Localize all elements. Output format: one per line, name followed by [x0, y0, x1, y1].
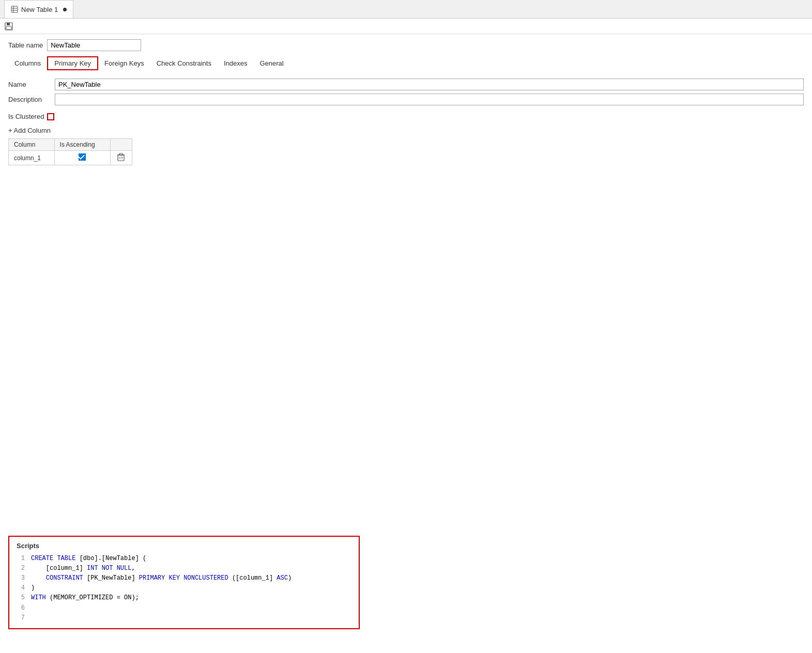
script-line-4: 4 ) [17, 583, 351, 593]
col-header-ascending: Is Ascending [54, 139, 110, 151]
tab-new-table[interactable]: New Table 1 [4, 0, 73, 18]
table-name-label: Table name [8, 41, 43, 49]
tab-general[interactable]: General [253, 57, 289, 69]
pk-description-row: Description [8, 94, 804, 105]
table-name-row: Table name [8, 39, 804, 51]
table-name-input[interactable] [47, 39, 141, 51]
script-line-2: 2 [column_1] INT NOT NULL, [17, 564, 351, 573]
tab-check-constraints[interactable]: Check Constraints [150, 57, 218, 69]
is-clustered-checkbox[interactable] [47, 113, 54, 120]
script-line-1: 1 CREATE TABLE [dbo].[NewTable] ( [17, 554, 351, 564]
pk-name-label: Name [8, 81, 55, 88]
svg-rect-7 [118, 155, 124, 161]
script-line-5: 5 WITH (MEMORY_OPTIMIZED = ON); [17, 593, 351, 603]
col-cell-delete[interactable] [110, 151, 132, 165]
toolbar [0, 19, 812, 34]
table-row: column_1 [9, 151, 132, 165]
save-icon[interactable] [4, 22, 13, 31]
svg-rect-9 [119, 153, 122, 155]
script-line-7: 7 [17, 613, 351, 623]
col-header-column: Column [9, 139, 55, 151]
pk-name-input[interactable] [55, 79, 804, 90]
svg-rect-5 [7, 23, 10, 25]
col-header-actions [110, 139, 132, 151]
tab-primary-key[interactable]: Primary Key [47, 56, 98, 70]
scripts-title: Scripts [17, 542, 351, 550]
delete-row-icon[interactable] [117, 153, 125, 161]
tab-columns[interactable]: Columns [8, 57, 47, 69]
is-clustered-row: Is Clustered [8, 113, 804, 120]
table-grid-icon [11, 6, 18, 13]
pk-fields-area: Name Description [8, 79, 804, 105]
tab-unsaved-dot [63, 8, 67, 11]
tab-foreign-keys[interactable]: Foreign Keys [98, 57, 150, 69]
nav-tabs: Columns Primary Key Foreign Keys Check C… [8, 56, 804, 70]
add-column-label: + Add Column [8, 127, 51, 134]
is-clustered-label: Is Clustered [8, 113, 44, 120]
script-line-3: 3 CONSTRAINT [PK_NewTable] PRIMARY KEY N… [17, 573, 351, 583]
tab-label: New Table 1 [21, 6, 58, 13]
pk-description-input[interactable] [55, 94, 804, 105]
page-wrapper: New Table 1 Table name Columns Primary K… [0, 0, 812, 653]
scripts-panel: Scripts 1 CREATE TABLE [dbo].[NewTable] … [8, 536, 360, 629]
scripts-body: 1 CREATE TABLE [dbo].[NewTable] ( 2 [col… [17, 554, 351, 623]
ascending-checkbox[interactable] [79, 153, 86, 161]
pk-column-table: Column Is Ascending column_1 [8, 138, 132, 165]
tab-bar: New Table 1 [0, 0, 812, 19]
col-cell-ascending[interactable] [54, 151, 110, 165]
pk-name-row: Name [8, 79, 804, 90]
svg-rect-0 [11, 6, 18, 12]
pk-description-label: Description [8, 96, 55, 103]
tab-indexes[interactable]: Indexes [218, 57, 254, 69]
col-cell-name: column_1 [9, 151, 55, 165]
svg-rect-6 [6, 26, 11, 29]
content-area: Table name Columns Primary Key Foreign K… [0, 34, 812, 179]
add-column-button[interactable]: + Add Column [8, 127, 51, 134]
script-line-6: 6 [17, 603, 351, 613]
